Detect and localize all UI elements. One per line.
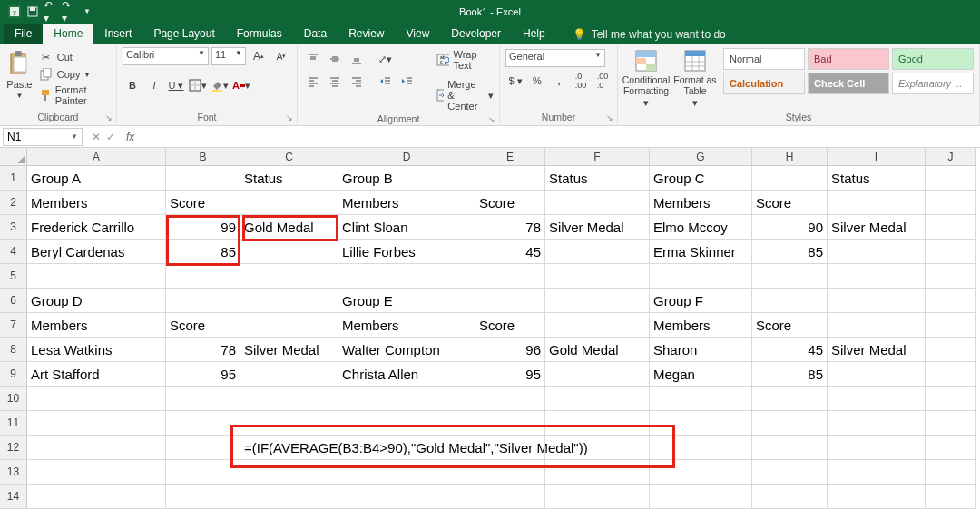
tab-formulas[interactable]: Formulas (226, 24, 293, 44)
cell-D14[interactable] (338, 485, 475, 509)
style-good[interactable]: Good (892, 48, 974, 70)
qat-customize-icon[interactable]: ▼ (80, 5, 94, 19)
style-bad[interactable]: Bad (808, 48, 889, 70)
grow-font-button[interactable]: A▴ (249, 46, 269, 66)
chevron-down-icon[interactable]: ▼ (71, 132, 78, 141)
cell-E8[interactable]: 96 (475, 338, 545, 362)
tab-file[interactable]: File (4, 24, 43, 44)
cell-A6[interactable]: Group D (27, 289, 166, 313)
cell-B13[interactable] (166, 460, 240, 485)
copy-button[interactable]: Copy▾ (39, 67, 111, 82)
tab-developer[interactable]: Developer (440, 24, 512, 44)
cell-J6[interactable] (926, 289, 976, 313)
bold-button[interactable]: B (122, 75, 142, 95)
cell-F13[interactable] (545, 460, 650, 485)
select-all-button[interactable] (0, 148, 27, 166)
cell-B2[interactable]: Score (166, 191, 240, 215)
row-header-7[interactable]: 7 (0, 313, 27, 338)
enter-formula-icon[interactable]: ✓ (106, 131, 115, 143)
cell-B11[interactable] (166, 411, 240, 436)
cell-D10[interactable] (338, 387, 475, 411)
cell-C5[interactable] (240, 264, 338, 289)
cell-F1[interactable]: Status (545, 166, 650, 191)
formula-input[interactable] (142, 128, 980, 146)
cell-J10[interactable] (926, 387, 976, 411)
tab-home[interactable]: Home (43, 24, 93, 44)
tab-view[interactable]: View (396, 24, 441, 44)
cell-G5[interactable] (650, 264, 752, 289)
merge-center-button[interactable]: Merge & Center ▾ (436, 79, 494, 112)
align-top-button[interactable] (303, 49, 323, 69)
cell-A14[interactable] (27, 485, 166, 509)
cell-F5[interactable] (545, 264, 650, 289)
format-as-table-button[interactable]: Format as Table▾ (672, 48, 718, 109)
tab-help[interactable]: Help (512, 24, 556, 44)
col-header-A[interactable]: A (27, 148, 166, 166)
cell-C3[interactable]: Gold Medal (240, 215, 338, 240)
cell-D3[interactable]: Clint Sloan (338, 215, 475, 240)
tab-page-layout[interactable]: Page Layout (142, 24, 225, 44)
cell-G1[interactable]: Group C (650, 166, 752, 191)
col-header-C[interactable]: C (240, 148, 338, 166)
cell-H5[interactable] (752, 264, 828, 289)
cell-H10[interactable] (752, 387, 828, 411)
cell-F11[interactable] (545, 411, 650, 436)
cell-H13[interactable] (752, 460, 828, 485)
redo-icon[interactable]: ↷ ▾ (62, 5, 76, 19)
cell-E1[interactable] (475, 166, 545, 191)
cell-I2[interactable] (828, 191, 926, 215)
underline-button[interactable]: U ▾ (166, 75, 186, 95)
wrap-text-button[interactable]: abcWrap Text (436, 49, 494, 71)
cell-I9[interactable] (828, 362, 926, 387)
cell-C7[interactable] (240, 313, 338, 338)
cell-J9[interactable] (926, 362, 976, 387)
align-middle-button[interactable] (325, 49, 345, 69)
cell-I1[interactable]: Status (828, 166, 926, 191)
cell-A13[interactable] (27, 460, 166, 485)
cell-E12[interactable] (475, 436, 545, 460)
cell-D7[interactable]: Members (338, 313, 475, 338)
cell-A10[interactable] (27, 387, 166, 411)
cell-F12[interactable] (545, 436, 650, 460)
increase-indent-button[interactable] (397, 72, 417, 92)
cell-styles-gallery[interactable]: Normal Bad Good Calculation Check Cell E… (723, 46, 974, 94)
cell-I10[interactable] (828, 387, 926, 411)
cell-H12[interactable] (752, 436, 828, 460)
tell-me-search[interactable]: 💡 Tell me what you want to do (565, 24, 733, 44)
row-header-9[interactable]: 9 (0, 362, 27, 387)
row-header-10[interactable]: 10 (0, 387, 27, 411)
cell-B5[interactable] (166, 264, 240, 289)
row-header-14[interactable]: 14 (0, 485, 27, 509)
cell-A9[interactable]: Art Stafford (27, 362, 166, 387)
cell-D6[interactable]: Group E (338, 289, 475, 313)
row-header-2[interactable]: 2 (0, 191, 27, 215)
col-header-D[interactable]: D (338, 148, 475, 166)
cell-E11[interactable] (475, 411, 545, 436)
col-header-F[interactable]: F (545, 148, 650, 166)
increase-decimal-button[interactable]: .0.00 (571, 71, 591, 91)
cell-H3[interactable]: 90 (752, 215, 828, 240)
fill-color-button[interactable]: ▾ (210, 75, 230, 95)
cell-E14[interactable] (475, 485, 545, 509)
cell-E4[interactable]: 45 (475, 240, 545, 264)
cell-B4[interactable]: 85 (166, 240, 240, 264)
cell-I6[interactable] (828, 289, 926, 313)
cell-E6[interactable] (475, 289, 545, 313)
cell-F4[interactable] (545, 240, 650, 264)
cell-C10[interactable] (240, 387, 338, 411)
cell-J11[interactable] (926, 411, 976, 436)
tab-insert[interactable]: Insert (93, 24, 142, 44)
align-right-button[interactable] (347, 72, 367, 92)
insert-function-icon[interactable]: fx (121, 131, 134, 143)
cell-I7[interactable] (828, 313, 926, 338)
cell-H1[interactable] (752, 166, 828, 191)
row-header-12[interactable]: 12 (0, 436, 27, 460)
style-explanatory[interactable]: Explanatory ... (892, 73, 974, 94)
col-header-B[interactable]: B (166, 148, 240, 166)
cell-J1[interactable] (926, 166, 976, 191)
cell-C12[interactable]: =(IF(AVERAGE(B3:B4>90),"Gold Medal","Sil… (240, 436, 338, 460)
row-header-1[interactable]: 1 (0, 166, 27, 191)
row-header-3[interactable]: 3 (0, 215, 27, 240)
cell-H11[interactable] (752, 411, 828, 436)
cell-I13[interactable] (828, 460, 926, 485)
